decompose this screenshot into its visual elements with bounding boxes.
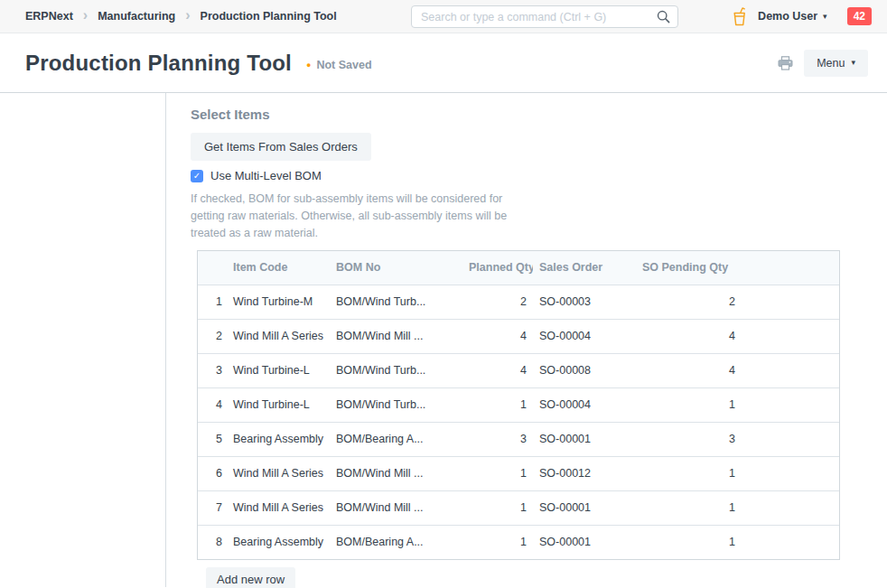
breadcrumb-item-production-planning-tool[interactable]: Production Planning Tool xyxy=(201,10,337,23)
cell-sales-order: SO-00004 xyxy=(533,319,636,353)
cell-index: 7 xyxy=(198,490,227,525)
print-icon[interactable] xyxy=(778,56,793,70)
cell-index: 2 xyxy=(198,319,227,353)
user-name: Demo User xyxy=(758,10,817,23)
cell-filler xyxy=(742,456,839,490)
cell-so-pending-qty: 2 xyxy=(636,285,742,319)
cell-planned-qty: 1 xyxy=(462,525,533,559)
search-input[interactable] xyxy=(411,5,678,28)
cell-bom-no: BOM/Wind Mill ... xyxy=(330,490,462,525)
multi-level-bom-label[interactable]: Use Multi-Level BOM xyxy=(210,169,322,182)
user-dropdown[interactable]: Demo User ▾ xyxy=(758,10,827,23)
col-header-filler xyxy=(742,251,839,285)
cell-item-code: Wind Mill A Series xyxy=(227,490,330,525)
add-new-row-button[interactable]: Add new row xyxy=(206,567,295,588)
table-row[interactable]: 6 Wind Mill A Series BOM/Wind Mill ... 1… xyxy=(198,456,839,490)
items-table: Item Code BOM No Planned Qty Sales Order… xyxy=(198,251,839,559)
col-header-index xyxy=(198,251,227,285)
cell-filler xyxy=(742,285,839,319)
search-icon[interactable] xyxy=(657,10,670,27)
notification-badge[interactable]: 42 xyxy=(847,7,872,25)
table-row[interactable]: 5 Bearing Assembly BOM/Bearing A... 3 SO… xyxy=(198,422,839,456)
cell-item-code: Wind Turbine-M xyxy=(227,285,330,319)
breadcrumb: ERPNext › Manufacturing › Production Pla… xyxy=(25,9,337,23)
col-header-sales-order: Sales Order xyxy=(533,251,636,285)
layout-divider xyxy=(165,93,166,587)
table-row[interactable]: 2 Wind Mill A Series BOM/Wind Mill ... 4… xyxy=(198,319,839,353)
cell-planned-qty: 1 xyxy=(462,456,533,490)
cell-item-code: Bearing Assembly xyxy=(227,422,330,456)
cell-planned-qty: 4 xyxy=(462,353,533,387)
cell-bom-no: BOM/Wind Turb... xyxy=(330,353,462,387)
cell-bom-no: BOM/Bearing A... xyxy=(330,422,462,456)
cell-filler xyxy=(742,525,839,559)
multi-level-bom-checkbox[interactable]: ✓ xyxy=(191,170,203,182)
table-row[interactable]: 8 Bearing Assembly BOM/Bearing A... 1 SO… xyxy=(198,525,839,559)
section-heading: Select Items xyxy=(191,107,840,122)
cell-item-code: Wind Turbine-L xyxy=(227,387,330,422)
cell-so-pending-qty: 4 xyxy=(636,319,742,353)
cell-sales-order: SO-00001 xyxy=(533,525,636,559)
chevron-down-icon: ▾ xyxy=(823,13,827,21)
cell-planned-qty: 4 xyxy=(462,319,533,353)
cell-so-pending-qty: 1 xyxy=(636,456,742,490)
user-avatar-juice-icon[interactable] xyxy=(733,7,747,26)
cell-bom-no: BOM/Bearing A... xyxy=(330,525,462,559)
table-header-row: Item Code BOM No Planned Qty Sales Order… xyxy=(198,251,839,285)
cell-so-pending-qty: 1 xyxy=(636,387,742,422)
cell-item-code: Wind Mill A Series xyxy=(227,319,330,353)
status-indicator: ● Not Saved xyxy=(306,59,372,71)
breadcrumb-item-manufacturing[interactable]: Manufacturing xyxy=(98,10,175,23)
cell-item-code: Bearing Assembly xyxy=(227,525,330,559)
cell-sales-order: SO-00001 xyxy=(533,490,636,525)
col-header-bom-no: BOM No xyxy=(330,251,462,285)
not-saved-dot-icon: ● xyxy=(306,61,311,70)
cell-planned-qty: 1 xyxy=(462,490,533,525)
get-items-from-sales-orders-button[interactable]: Get Items From Sales Orders xyxy=(191,133,371,161)
table-row[interactable]: 3 Wind Turbine-L BOM/Wind Turb... 4 SO-0… xyxy=(198,353,839,387)
multi-level-bom-description: If checked, BOM for sub-assembly items w… xyxy=(191,191,534,242)
cell-sales-order: SO-00004 xyxy=(533,387,636,422)
col-header-so-pending-qty: SO Pending Qty xyxy=(636,251,742,285)
table-row[interactable]: 1 Wind Turbine-M BOM/Wind Turb... 2 SO-0… xyxy=(198,285,839,319)
cell-bom-no: BOM/Wind Mill ... xyxy=(330,319,462,353)
cell-filler xyxy=(742,490,839,525)
breadcrumb-item-erpnext[interactable]: ERPNext xyxy=(25,10,73,23)
cell-bom-no: BOM/Wind Mill ... xyxy=(330,456,462,490)
cell-planned-qty: 2 xyxy=(462,285,533,319)
multi-level-bom-field: ✓ Use Multi-Level BOM xyxy=(191,169,840,182)
col-header-item-code: Item Code xyxy=(227,251,330,285)
cell-planned-qty: 3 xyxy=(462,422,533,456)
breadcrumb-chevron-icon: › xyxy=(185,8,190,23)
col-header-planned-qty: Planned Qty xyxy=(462,251,533,285)
cell-so-pending-qty: 1 xyxy=(636,490,742,525)
page-head: Production Planning Tool ● Not Saved Men… xyxy=(0,33,887,93)
cell-bom-no: BOM/Wind Turb... xyxy=(330,387,462,422)
navbar-search xyxy=(411,5,678,28)
cell-bom-no: BOM/Wind Turb... xyxy=(330,285,462,319)
page-title: Production Planning Tool xyxy=(25,51,292,76)
cell-filler xyxy=(742,387,839,422)
status-label: Not Saved xyxy=(316,59,371,71)
cell-item-code: Wind Mill A Series xyxy=(227,456,330,490)
cell-index: 4 xyxy=(198,387,227,422)
cell-index: 8 xyxy=(198,525,227,559)
cell-filler xyxy=(742,319,839,353)
cell-sales-order: SO-00012 xyxy=(533,456,636,490)
cell-so-pending-qty: 3 xyxy=(636,422,742,456)
cell-index: 6 xyxy=(198,456,227,490)
navbar-right: Demo User ▾ 42 xyxy=(733,0,872,33)
menu-button[interactable]: Menu ▾ xyxy=(804,50,868,77)
items-grid: Item Code BOM No Planned Qty Sales Order… xyxy=(197,250,840,560)
check-icon: ✓ xyxy=(193,171,201,181)
cell-sales-order: SO-00008 xyxy=(533,353,636,387)
cell-planned-qty: 1 xyxy=(462,387,533,422)
navbar: ERPNext › Manufacturing › Production Pla… xyxy=(0,0,887,33)
table-row[interactable]: 7 Wind Mill A Series BOM/Wind Mill ... 1… xyxy=(198,490,839,525)
cell-filler xyxy=(742,422,839,456)
chevron-down-icon: ▾ xyxy=(851,59,855,67)
table-row[interactable]: 4 Wind Turbine-L BOM/Wind Turb... 1 SO-0… xyxy=(198,387,839,422)
cell-sales-order: SO-00003 xyxy=(533,285,636,319)
page-head-actions: Menu ▾ xyxy=(778,50,868,77)
form-body: Select Items Get Items From Sales Orders… xyxy=(0,93,887,587)
